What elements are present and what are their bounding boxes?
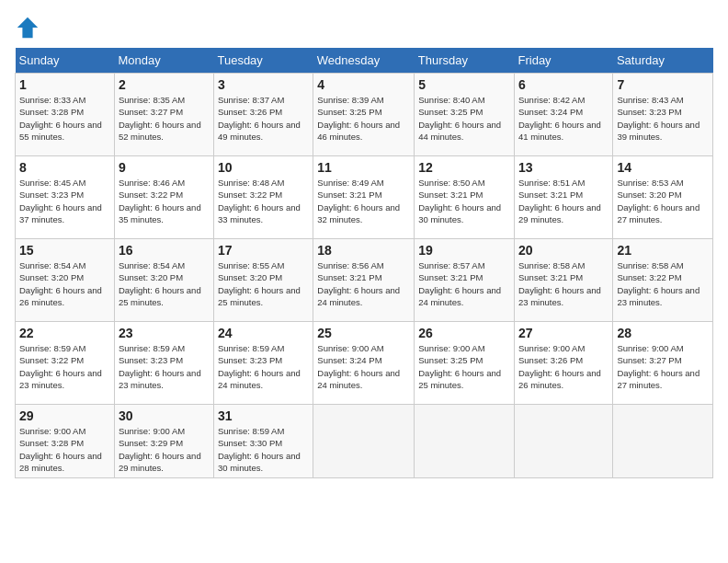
day-info: Sunrise: 8:50 AMSunset: 3:21 PMDaylight:… xyxy=(418,177,510,225)
day-info: Sunrise: 8:51 AMSunset: 3:21 PMDaylight:… xyxy=(518,177,609,225)
day-number: 22 xyxy=(19,326,110,340)
day-number: 20 xyxy=(518,243,609,258)
header-day-thursday: Thursday xyxy=(415,48,515,74)
day-number: 15 xyxy=(19,243,110,258)
header-row: SundayMondayTuesdayWednesdayThursdayFrid… xyxy=(16,48,713,74)
day-number: 3 xyxy=(218,77,309,92)
day-info: Sunrise: 8:43 AMSunset: 3:23 PMDaylight:… xyxy=(617,94,709,143)
day-number: 31 xyxy=(218,408,309,423)
week-row-1: 1Sunrise: 8:33 AMSunset: 3:28 PMDaylight… xyxy=(16,74,713,156)
day-cell: 3Sunrise: 8:37 AMSunset: 3:26 PMDaylight… xyxy=(213,74,313,156)
day-cell: 15Sunrise: 8:54 AMSunset: 3:20 PMDayligh… xyxy=(16,239,115,322)
day-cell: 10Sunrise: 8:48 AMSunset: 3:22 PMDayligh… xyxy=(213,156,313,239)
day-info: Sunrise: 8:42 AMSunset: 3:24 PMDaylight:… xyxy=(518,94,609,143)
week-row-3: 15Sunrise: 8:54 AMSunset: 3:20 PMDayligh… xyxy=(16,239,713,322)
day-number: 13 xyxy=(518,160,609,175)
day-cell: 9Sunrise: 8:46 AMSunset: 3:22 PMDaylight… xyxy=(114,156,213,239)
day-number: 17 xyxy=(218,243,309,258)
day-cell: 26Sunrise: 9:00 AMSunset: 3:25 PMDayligh… xyxy=(415,322,515,405)
day-info: Sunrise: 9:00 AMSunset: 3:27 PMDaylight:… xyxy=(617,342,709,391)
day-cell xyxy=(313,405,415,478)
day-cell: 17Sunrise: 8:55 AMSunset: 3:20 PMDayligh… xyxy=(213,239,313,322)
header xyxy=(15,15,713,40)
day-info: Sunrise: 8:57 AMSunset: 3:21 PMDaylight:… xyxy=(418,259,510,308)
day-number: 16 xyxy=(119,243,210,258)
day-number: 23 xyxy=(119,326,210,340)
day-info: Sunrise: 8:59 AMSunset: 3:30 PMDaylight:… xyxy=(218,425,309,474)
day-number: 10 xyxy=(218,160,309,175)
day-info: Sunrise: 8:54 AMSunset: 3:20 PMDaylight:… xyxy=(119,259,210,308)
day-number: 9 xyxy=(119,160,210,175)
day-number: 28 xyxy=(617,326,709,340)
day-cell: 13Sunrise: 8:51 AMSunset: 3:21 PMDayligh… xyxy=(515,156,613,239)
day-cell: 19Sunrise: 8:57 AMSunset: 3:21 PMDayligh… xyxy=(415,239,515,322)
header-day-friday: Friday xyxy=(515,48,613,74)
day-number: 5 xyxy=(418,77,510,92)
day-cell: 8Sunrise: 8:45 AMSunset: 3:23 PMDaylight… xyxy=(16,156,115,239)
day-info: Sunrise: 8:35 AMSunset: 3:27 PMDaylight:… xyxy=(119,94,210,143)
day-info: Sunrise: 9:00 AMSunset: 3:24 PMDaylight:… xyxy=(317,342,410,391)
day-cell: 30Sunrise: 9:00 AMSunset: 3:29 PMDayligh… xyxy=(114,405,213,478)
day-info: Sunrise: 8:58 AMSunset: 3:22 PMDaylight:… xyxy=(617,259,709,308)
day-cell: 1Sunrise: 8:33 AMSunset: 3:28 PMDaylight… xyxy=(16,74,115,156)
day-number: 2 xyxy=(119,77,210,92)
day-info: Sunrise: 8:46 AMSunset: 3:22 PMDaylight:… xyxy=(119,177,210,225)
day-cell: 7Sunrise: 8:43 AMSunset: 3:23 PMDaylight… xyxy=(613,74,713,156)
day-info: Sunrise: 8:37 AMSunset: 3:26 PMDaylight:… xyxy=(218,94,309,143)
day-number: 11 xyxy=(317,160,410,175)
day-info: Sunrise: 8:59 AMSunset: 3:23 PMDaylight:… xyxy=(119,342,210,391)
day-cell: 6Sunrise: 8:42 AMSunset: 3:24 PMDaylight… xyxy=(515,74,613,156)
day-number: 29 xyxy=(19,408,110,423)
day-cell: 5Sunrise: 8:40 AMSunset: 3:25 PMDaylight… xyxy=(415,74,515,156)
day-info: Sunrise: 8:59 AMSunset: 3:22 PMDaylight:… xyxy=(19,342,110,391)
day-info: Sunrise: 9:00 AMSunset: 3:26 PMDaylight:… xyxy=(518,342,609,391)
day-info: Sunrise: 9:00 AMSunset: 3:28 PMDaylight:… xyxy=(19,425,110,474)
day-info: Sunrise: 9:00 AMSunset: 3:29 PMDaylight:… xyxy=(119,425,210,474)
day-cell xyxy=(415,405,515,478)
day-number: 6 xyxy=(518,77,609,92)
week-row-2: 8Sunrise: 8:45 AMSunset: 3:23 PMDaylight… xyxy=(16,156,713,239)
logo-icon xyxy=(15,15,40,40)
day-number: 24 xyxy=(218,326,309,340)
day-info: Sunrise: 8:48 AMSunset: 3:22 PMDaylight:… xyxy=(218,177,309,225)
day-cell: 23Sunrise: 8:59 AMSunset: 3:23 PMDayligh… xyxy=(114,322,213,405)
day-info: Sunrise: 8:45 AMSunset: 3:23 PMDaylight:… xyxy=(19,177,110,225)
day-info: Sunrise: 8:49 AMSunset: 3:21 PMDaylight:… xyxy=(317,177,410,225)
day-number: 18 xyxy=(317,243,410,258)
day-number: 14 xyxy=(617,160,709,175)
day-cell: 18Sunrise: 8:56 AMSunset: 3:21 PMDayligh… xyxy=(313,239,415,322)
logo xyxy=(15,15,44,40)
svg-marker-0 xyxy=(17,17,38,38)
day-cell: 24Sunrise: 8:59 AMSunset: 3:23 PMDayligh… xyxy=(213,322,313,405)
day-number: 26 xyxy=(418,326,510,340)
day-info: Sunrise: 8:53 AMSunset: 3:20 PMDaylight:… xyxy=(617,177,709,225)
header-day-wednesday: Wednesday xyxy=(313,48,415,74)
day-number: 4 xyxy=(317,77,410,92)
day-number: 21 xyxy=(617,243,709,258)
day-number: 1 xyxy=(19,77,110,92)
day-cell: 4Sunrise: 8:39 AMSunset: 3:25 PMDaylight… xyxy=(313,74,415,156)
day-cell: 12Sunrise: 8:50 AMSunset: 3:21 PMDayligh… xyxy=(415,156,515,239)
day-cell: 25Sunrise: 9:00 AMSunset: 3:24 PMDayligh… xyxy=(313,322,415,405)
header-day-sunday: Sunday xyxy=(16,48,115,74)
day-number: 30 xyxy=(119,408,210,423)
day-number: 27 xyxy=(518,326,609,340)
day-number: 25 xyxy=(317,326,410,340)
day-info: Sunrise: 8:56 AMSunset: 3:21 PMDaylight:… xyxy=(317,259,410,308)
day-number: 8 xyxy=(19,160,110,175)
day-info: Sunrise: 8:59 AMSunset: 3:23 PMDaylight:… xyxy=(218,342,309,391)
day-cell: 21Sunrise: 8:58 AMSunset: 3:22 PMDayligh… xyxy=(613,239,713,322)
day-cell: 28Sunrise: 9:00 AMSunset: 3:27 PMDayligh… xyxy=(613,322,713,405)
day-cell xyxy=(613,405,713,478)
week-row-5: 29Sunrise: 9:00 AMSunset: 3:28 PMDayligh… xyxy=(16,405,713,478)
day-info: Sunrise: 8:55 AMSunset: 3:20 PMDaylight:… xyxy=(218,259,309,308)
day-info: Sunrise: 8:40 AMSunset: 3:25 PMDaylight:… xyxy=(418,94,510,143)
day-number: 19 xyxy=(418,243,510,258)
day-cell xyxy=(515,405,613,478)
day-info: Sunrise: 8:33 AMSunset: 3:28 PMDaylight:… xyxy=(19,94,110,143)
day-number: 7 xyxy=(617,77,709,92)
week-row-4: 22Sunrise: 8:59 AMSunset: 3:22 PMDayligh… xyxy=(16,322,713,405)
day-info: Sunrise: 9:00 AMSunset: 3:25 PMDaylight:… xyxy=(418,342,510,391)
calendar-table: SundayMondayTuesdayWednesdayThursdayFrid… xyxy=(15,48,713,478)
day-cell: 16Sunrise: 8:54 AMSunset: 3:20 PMDayligh… xyxy=(114,239,213,322)
